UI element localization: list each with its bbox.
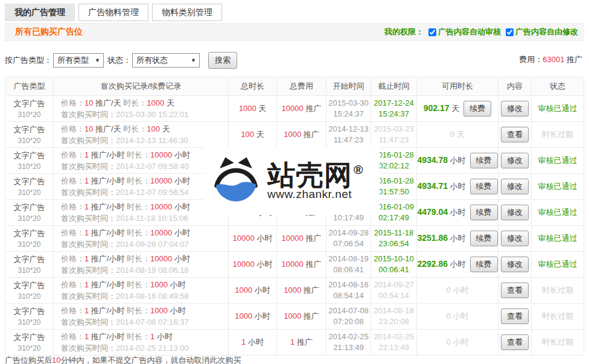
col-purchase-record: 首次购买记录/续费记录 [54, 77, 229, 96]
content-cell: 修改 [498, 200, 532, 226]
ad-type: 文字广告 [5, 254, 53, 265]
ad-size: 310*20 [5, 292, 53, 301]
status-badge: 审核已通过 [532, 96, 584, 122]
end-time-cell: 2015-10-1000:06:41 [371, 252, 417, 278]
renew-button[interactable]: 续费 [470, 257, 498, 272]
ad-type: 文字广告 [5, 150, 53, 161]
available-duration-cell: 4479.04 小时续费 [417, 200, 498, 226]
content-action-button[interactable]: 查看 [501, 283, 529, 298]
available-duration-cell: 902.17 天续费 [417, 96, 498, 122]
ad-type-cell: 文字广告 310*20 [5, 278, 54, 304]
registered-mark-icon: ® [354, 162, 363, 176]
free-edit-checkbox[interactable] [506, 28, 514, 36]
total-cost-cell: 1000 推广 [277, 278, 326, 304]
ad-type-select[interactable]: 所有类型 ▼ [53, 53, 104, 68]
first-buy-line: 首次购买时间：2014-02-25 21:13:00 [61, 342, 228, 354]
tab-ad-materials[interactable]: 广告物料管理 [78, 4, 148, 21]
ad-type: 文字广告 [5, 228, 53, 239]
renew-button[interactable]: 续费 [470, 231, 498, 246]
content-action-button[interactable]: 查看 [501, 127, 529, 142]
content-action-button[interactable]: 修改 [501, 179, 529, 194]
content-cell: 修改 [498, 148, 532, 174]
total-cost-cell: 1 推广 [277, 330, 326, 356]
content-cell: 查看 [498, 330, 532, 356]
ad-size: 310*20 [5, 188, 53, 197]
purchase-record-cell: 价格：1 推广/小时 时长：1 小时 首次购买时间：2014-02-25 21:… [54, 330, 229, 356]
tab-bar: 我的广告管理 广告物料管理 物料类别管理 [5, 4, 222, 21]
ad-type-cell: 文字广告 310*20 [5, 96, 54, 122]
content-action-button[interactable]: 查看 [501, 308, 529, 324]
status-badge: 时长过期 [532, 304, 584, 330]
purchase-record-cell: 价格：1 推广/小时 时长：10000 小时 首次购买时间：2014-08-19… [54, 252, 229, 278]
auto-review-checkbox[interactable] [428, 28, 436, 36]
ad-size: 310*20 [5, 344, 53, 353]
watermark-brand: 站壳网 [267, 159, 352, 191]
first-buy-line: 首次购买时间：2014-12-13 11:46:30 [61, 135, 228, 147]
content-action-button[interactable]: 查看 [501, 334, 529, 350]
watermark-text: 站壳网® www.zhankr.net [267, 161, 361, 201]
purchase-record-cell: 价格：10 推广/天 时长：1000 天 首次购买时间：2015-03-30 1… [54, 96, 229, 122]
status-select[interactable]: 所有状态 ▼ [132, 53, 200, 68]
available-duration-cell: 2292.86 小时续费 [417, 252, 498, 278]
col-ad-type: 广告类型 [5, 77, 54, 96]
tab-material-categories[interactable]: 物料类别管理 [152, 4, 222, 21]
renew-button[interactable]: 续费 [463, 101, 491, 117]
content-cell: 查看 [498, 278, 532, 304]
col-content: 内容 [498, 77, 532, 96]
renew-button[interactable]: 续费 [470, 179, 498, 194]
content-action-button[interactable]: 修改 [501, 257, 529, 272]
first-buy-line: 首次购买时间：2014-08-19 08:06:18 [61, 264, 228, 276]
watermark: 站壳网® www.zhankr.net [203, 147, 380, 215]
price-line: 价格：10 推广/天 时长：1000 天 [61, 97, 228, 109]
status-select-value: 所有状态 [136, 55, 168, 66]
ad-type: 文字广告 [5, 332, 53, 343]
price-line: 价格：1 推广/小时 时长：1000 小时 [61, 279, 228, 291]
search-button[interactable]: 搜索 [208, 52, 237, 69]
table-row: 文字广告 310*20 价格：1 推广/小时 时长：1000 小时 首次购买时间… [5, 278, 584, 304]
end-time-cell: 2014-08-1823:20:08 [371, 304, 417, 330]
content-cell: 修改 [498, 226, 532, 252]
first-buy-line: 首次购买时间：2015-03-30 15:22:01 [61, 109, 228, 121]
col-total-cost: 总费用 [277, 77, 326, 96]
total-cost-cell: 1000 推广 [277, 304, 326, 330]
content-cell: 修改 [498, 252, 532, 278]
purchased-ads-table: 广告类型 首次购买记录/续费记录 总时长 总费用 开始时间 截止时间 可用时长 … [5, 77, 584, 356]
status-badge: 时长过期 [532, 122, 584, 148]
fee-balance: 费用：63001 推广 [519, 54, 582, 65]
ad-type-cell: 文字广告 310*20 [5, 304, 54, 330]
content-action-button[interactable]: 修改 [501, 205, 529, 220]
filter-bar: 按广告类型： 所有类型 ▼ 状态： 所有状态 ▼ 搜索 费用：63001 推广 [5, 52, 584, 69]
content-action-button[interactable]: 修改 [501, 101, 529, 117]
ad-type: 文字广告 [5, 202, 53, 213]
tab-my-ads[interactable]: 我的广告管理 [5, 4, 75, 21]
renew-button[interactable]: 续费 [470, 153, 498, 168]
permissions: 我的权限： 广告内容自动审核 广告内容自由修改 [384, 27, 578, 37]
end-time-cell: 2014-02-2522:13:49 [371, 330, 417, 356]
ad-size: 310*20 [5, 240, 53, 249]
price-line: 价格：1 推广/小时 时长：10000 小时 [61, 227, 228, 239]
total-duration-cell: 1000 小时 [229, 278, 277, 304]
total-duration-cell: 1000 小时 [229, 304, 277, 330]
total-cost-cell: 10000 推广 [277, 252, 326, 278]
table-row: 文字广告 310*20 价格：1 推广/小时 时长：10000 小时 首次购买时… [5, 226, 584, 252]
first-buy-line: 首次购买时间：2014-09-28 07:04:07 [61, 238, 228, 251]
ad-size: 310*20 [5, 136, 53, 145]
free-edit-label: 广告内容自由修改 [515, 27, 578, 37]
content-action-button[interactable]: 修改 [501, 153, 529, 168]
purchase-record-cell: 价格：10 推广/天 时长：100 天 首次购买时间：2014-12-13 11… [54, 122, 229, 148]
title-bar: 所有已购买广告位 我的权限： 广告内容自动审核 广告内容自由修改 [5, 23, 584, 41]
ad-type: 文字广告 [5, 176, 53, 187]
purchase-record-cell: 价格：1 推广/小时 时长：10000 小时 首次购买时间：2014-12-07… [54, 148, 229, 174]
end-time-cell: 2017-12-2415:24:37 [371, 96, 417, 122]
ad-type-cell: 文字广告 310*20 [5, 226, 54, 252]
price-line: 价格：1 推广/小时 时长：1000 小时 [61, 305, 228, 317]
col-status: 状态 [532, 77, 584, 96]
col-available-duration: 可用时长 [417, 77, 498, 96]
ad-size: 310*20 [5, 110, 53, 119]
ad-size: 310*20 [5, 318, 53, 327]
renew-button[interactable]: 续费 [470, 205, 498, 220]
content-action-button[interactable]: 修改 [501, 231, 529, 246]
status-badge: 审核已通过 [532, 174, 584, 200]
status-filter-label: 状态： [107, 55, 131, 66]
col-end-time: 截止时间 [371, 77, 417, 96]
